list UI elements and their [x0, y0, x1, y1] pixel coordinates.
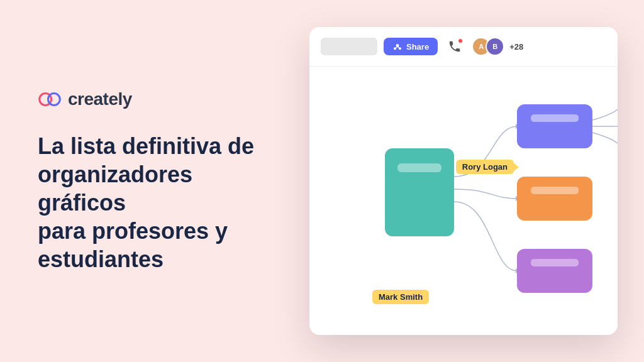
label-mark: Mark Smith: [372, 290, 429, 304]
node-blue-bar: [531, 114, 579, 122]
avatar-2: B: [486, 37, 504, 56]
call-dot: [458, 38, 463, 43]
left-panel: creately La lista definitiva de organiza…: [0, 0, 302, 362]
logo-text: creately: [68, 89, 132, 109]
share-button[interactable]: Share: [384, 38, 438, 55]
node-blue: [517, 104, 592, 148]
svg-point-1: [48, 93, 60, 105]
node-purple-bar: [531, 259, 579, 266]
avatar-group: A B: [472, 37, 504, 56]
headline: La lista definitiva de organizadores grá…: [38, 132, 270, 273]
avatars-area: A B +28: [472, 37, 523, 56]
app-window: Share A B +28: [309, 27, 618, 335]
node-center-bar: [397, 163, 441, 172]
share-icon: [392, 41, 402, 52]
share-label: Share: [406, 42, 429, 52]
toolbar-search-bar: [321, 38, 377, 55]
node-orange: [517, 177, 592, 221]
diagram-canvas: Rory Logan Mark Smith: [309, 67, 618, 335]
node-purple: [517, 249, 592, 293]
logo-area: creately: [38, 89, 270, 109]
avatar-count: +28: [509, 42, 523, 52]
right-panel: Share A B +28: [302, 0, 644, 362]
label-rory: Rory Logan: [456, 160, 514, 174]
node-center: [385, 148, 454, 236]
toolbar: Share A B +28: [309, 27, 618, 67]
call-button[interactable]: [444, 36, 465, 57]
node-orange-bar: [531, 187, 579, 194]
creately-logo-icon: [38, 92, 62, 107]
